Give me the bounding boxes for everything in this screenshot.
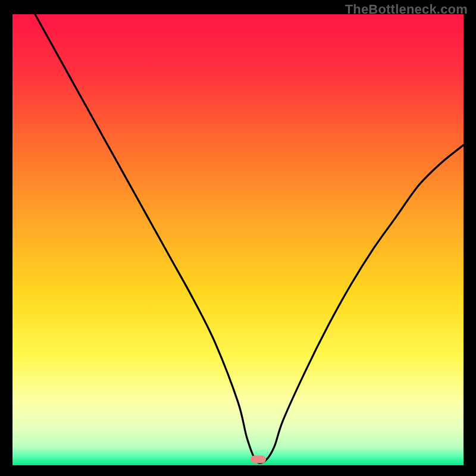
- watermark-text: TheBottleneck.com: [345, 2, 468, 17]
- plot-area: [12, 14, 464, 465]
- bottleneck-curve: [12, 14, 464, 465]
- chart-stage: TheBottleneck.com: [0, 0, 476, 476]
- optimal-point-marker: [250, 456, 266, 464]
